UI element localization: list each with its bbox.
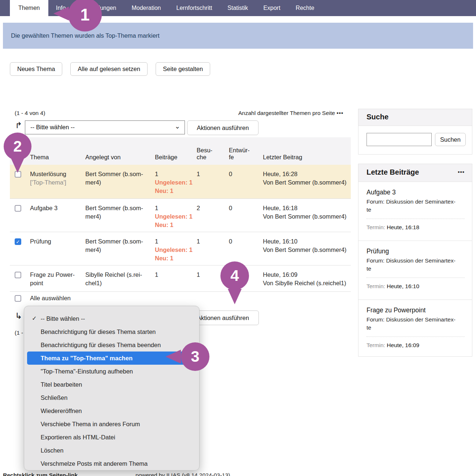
edit-page-button[interactable]: Seite gestalten xyxy=(156,62,210,76)
menu-item-schliessen[interactable]: Schließen xyxy=(24,391,199,404)
col-header-beitraege: Beiträge xyxy=(155,154,177,161)
topic-author-cell: Bert Sommer (b.som- mer4) xyxy=(85,237,151,254)
new-topic-button[interactable]: Neues Thema xyxy=(10,62,62,76)
termin-value: Heute, 16:10 xyxy=(387,283,419,289)
per-page-text: Anzahl dargestellter Themen pro Seite xyxy=(238,110,335,116)
tab-lernfortschritt[interactable]: Lernfortschritt xyxy=(169,0,220,16)
topic-title-link[interactable]: Prüfung xyxy=(30,238,51,245)
last-post-author[interactable]: Von Bert Sommer (b.sommer4) xyxy=(263,179,346,186)
topic-last-post-cell: Heute, 16:09 Von Sibylle Reichel (s.reic… xyxy=(263,271,350,287)
select-all-checkbox[interactable] xyxy=(15,295,21,302)
chevron-down-icon: ⌄ xyxy=(175,122,180,130)
last-post-author[interactable]: Von Bert Sommer (b.sommer4) xyxy=(263,246,346,253)
checkmark-icon: ✓ xyxy=(32,312,37,325)
topic-visits-cell: 1 xyxy=(197,271,222,279)
topic-title-link[interactable]: Musterlösung xyxy=(30,171,66,177)
new-count: Neu: 1 xyxy=(155,222,173,228)
latest-posts-menu-icon[interactable]: ••• xyxy=(458,169,465,175)
latest-posts-header: Letzte Beiträge ••• xyxy=(358,164,472,182)
latest-posts-panel: Letzte Beiträge ••• Aufgabe 3 Forum: Dis… xyxy=(358,164,472,357)
tab-themen[interactable]: Themen xyxy=(10,0,48,16)
topic-posts-cell: 1 Ungelesen: 1 Neu: 1 xyxy=(155,237,196,263)
menu-item-wiedereroeffnen[interactable]: Wiedereröffnen xyxy=(24,404,199,417)
dotted-divider xyxy=(367,219,465,219)
mark-all-read-button[interactable]: Alle auf gelesen setzen xyxy=(70,62,148,76)
menu-item-verschmelzen[interactable]: Verschmelze Posts mit anderem Thema xyxy=(24,457,199,470)
footer-powered-by: powered by ILIAS (v8.14 2024-03-13) xyxy=(135,472,230,476)
menu-item-titel-bearbeiten[interactable]: Titel bearbeiten xyxy=(24,378,199,391)
topic-author-cell: Bert Sommer (b.som- mer4) xyxy=(85,204,151,221)
per-page-menu-icon[interactable]: ••• xyxy=(336,110,343,116)
result-range: (1 - 4 von 4) xyxy=(15,110,45,116)
table-row: Aufgabe 3 Bert Sommer (b.som- mer4) 1 Un… xyxy=(10,198,351,232)
tab-statistik[interactable]: Statistik xyxy=(220,0,256,16)
marker-1-tail xyxy=(53,7,69,21)
topic-author-cell: Sibylle Reichel (s.rei- chel1) xyxy=(85,271,151,287)
termin-value: Heute, 16:09 xyxy=(387,342,419,348)
col-header-entwuerfe: Entwür- fe xyxy=(229,147,250,161)
menu-item-verschieben[interactable]: Verschiebe Thema in anderes Forum xyxy=(24,417,199,431)
tab-rechte[interactable]: Rechte xyxy=(288,0,322,16)
topic-title-link[interactable]: Aufgabe 3 xyxy=(30,205,57,211)
latest-post-entry: Aufgabe 3 Forum: Diskussion der Seminart… xyxy=(358,182,472,241)
menu-item-top-thema-aufheben[interactable]: "Top-Thema"-Einstufung aufheben xyxy=(24,365,199,378)
termin-label: Termin: xyxy=(367,342,385,348)
table-row: ✓ Prüfung Bert Sommer (b.som- mer4) 1 Un… xyxy=(10,232,351,265)
latest-post-forum: Forum: Diskussion der Seminartex- te xyxy=(367,257,465,273)
menu-item-benachrichtigung-starten[interactable]: Benachrichtigung für dieses Thema starte… xyxy=(24,325,199,338)
search-panel-header: Suche xyxy=(358,109,472,126)
search-input[interactable] xyxy=(367,133,432,146)
latest-post-title[interactable]: Frage zu Powerpoint xyxy=(367,306,465,314)
new-count: Neu: 1 xyxy=(155,187,173,194)
annotation-marker-4: 4 xyxy=(220,261,249,290)
annotation-marker-3: 3 xyxy=(181,342,209,371)
last-post-author[interactable]: Von Bert Sommer (b.sommer4) xyxy=(263,213,346,220)
dotted-divider xyxy=(367,278,465,278)
row-checkbox[interactable] xyxy=(15,272,21,278)
posts-count: 1 xyxy=(155,205,158,211)
marker-3-tail xyxy=(166,350,181,364)
topic-visits-cell: 1 xyxy=(197,237,222,246)
menu-item-loeschen[interactable]: Löschen xyxy=(24,444,199,457)
menu-item-exportieren[interactable]: Exportieren als HTML-Datei xyxy=(24,431,199,444)
termin-label: Termin: xyxy=(367,283,385,289)
topic-last-post-cell: Heute, 16:10 Von Bert Sommer (b.sommer4) xyxy=(263,237,350,254)
search-panel: Suche Suchen xyxy=(358,109,472,155)
topic-drafts-cell: 0 xyxy=(229,237,258,246)
footer-permalink-text: Rechtsklick zum Seiten-link xyxy=(3,472,78,476)
unread-count: Ungelesen: 1 xyxy=(155,246,193,253)
select-all-label: Alle auswählen xyxy=(30,295,71,302)
topic-visits-cell: 2 xyxy=(197,204,222,212)
dotted-divider xyxy=(367,336,465,337)
posts-count: 1 xyxy=(155,171,158,177)
tab-moderation[interactable]: Moderation xyxy=(124,0,168,16)
notification-text: Die gewählten Themen wurden als Top-Them… xyxy=(11,32,160,39)
last-post-time: Heute, 16:09 xyxy=(263,271,298,278)
topic-title-cell: Musterlösung ['Top-Thema'] xyxy=(30,170,81,187)
col-header-thema: Thema xyxy=(30,154,49,161)
row-checkbox[interactable] xyxy=(15,205,21,212)
topic-author-cell: Bert Sommer (b.som- mer4) xyxy=(85,170,151,187)
table-row: Frage zu Power- point Sibylle Reichel (s… xyxy=(10,265,351,291)
action-dropdown-menu: ✓ -- Bitte wählen -- Benachrichtigung fü… xyxy=(24,306,200,471)
latest-post-title[interactable]: Prüfung xyxy=(367,248,465,255)
termin-label: Termin: xyxy=(367,224,385,230)
search-button[interactable]: Suchen xyxy=(435,133,466,146)
latest-post-entry: Frage zu Powerpoint Forum: Diskussion de… xyxy=(358,300,472,358)
row-checkbox[interactable]: ✓ xyxy=(15,238,21,245)
topic-title-link[interactable]: Frage zu Power- point xyxy=(30,271,75,286)
menu-item-bitte-waehlen[interactable]: ✓ -- Bitte wählen -- xyxy=(24,312,199,325)
topic-tag: ['Top-Thema'] xyxy=(30,179,66,186)
toolbar: Neues Thema Alle auf gelesen setzen Seit… xyxy=(10,62,210,76)
topic-drafts-cell: 0 xyxy=(229,170,258,178)
col-header-besuche: Besu- che xyxy=(197,147,212,161)
action-select-top[interactable]: -- Bitte wählen -- ⌄ xyxy=(25,120,185,134)
topic-last-post-cell: Heute, 16:28 Von Bert Sommer (b.sommer4) xyxy=(263,170,350,187)
tab-export[interactable]: Export xyxy=(256,0,288,16)
last-post-author[interactable]: Von Sibylle Reichel (s.reichel1) xyxy=(263,280,346,286)
apply-actions-button-top[interactable]: Aktionen ausführen xyxy=(187,120,259,135)
topic-posts-cell: 1 xyxy=(155,271,196,279)
latest-post-forum: Forum: Diskussion der Seminartex- te xyxy=(367,198,465,214)
topics-table: Thema Angelegt von Beiträge Besu- che En… xyxy=(10,137,351,291)
latest-post-title[interactable]: Aufgabe 3 xyxy=(367,189,465,196)
